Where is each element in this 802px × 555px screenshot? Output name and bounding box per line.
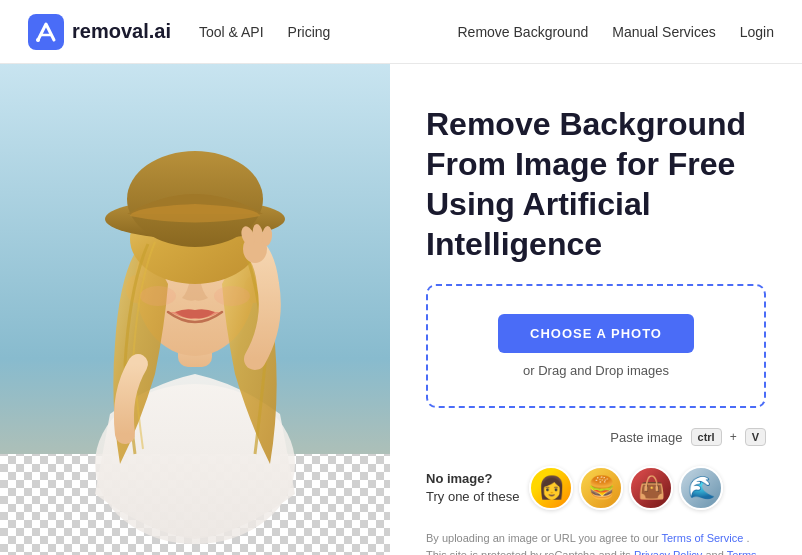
svg-rect-0 [28,14,64,50]
nav-login[interactable]: Login [740,24,774,40]
fine-print: By uploading an image or URL you agree t… [426,530,766,555]
sample-thumbs: 👩 🍔 👜 🌊 [529,466,723,510]
main-content: Remove Background From Image for Free Us… [0,64,802,555]
sample-thumb-food[interactable]: 🍔 [579,466,623,510]
site-header: removal.ai Tool & API Pricing Remove Bac… [0,0,802,64]
logo[interactable]: removal.ai [28,14,171,50]
ctrl-key-badge: ctrl [691,428,722,446]
nav-pricing[interactable]: Pricing [288,24,331,40]
tos-link-1[interactable]: Terms of Service [661,532,743,544]
plus-symbol: + [730,430,737,444]
svg-point-29 [140,286,176,306]
sample-thumb-bag[interactable]: 👜 [629,466,673,510]
logo-text: removal.ai [72,20,171,43]
logo-icon [28,14,64,50]
tos-link-2[interactable]: Terms of Service [426,549,757,556]
nav-remove-background[interactable]: Remove Background [457,24,588,40]
sample-row: No image? Try one of these 👩 🍔 👜 🌊 [426,466,766,510]
nav-tool-api[interactable]: Tool & API [199,24,264,40]
svg-point-1 [36,38,40,42]
privacy-link[interactable]: Privacy Policy [634,549,702,556]
sample-thumb-nature[interactable]: 🌊 [679,466,723,510]
choose-photo-button[interactable]: CHOOSE A PHOTO [498,314,694,353]
paste-label: Paste image [610,430,682,445]
sample-thumb-person[interactable]: 👩 [529,466,573,510]
nav-left: Tool & API Pricing [199,24,330,40]
v-key-badge: V [745,428,766,446]
upload-box[interactable]: CHOOSE A PHOTO or Drag and Drop images [426,284,766,408]
header-right: Remove Background Manual Services Login [457,24,774,40]
hero-image-panel [0,64,390,555]
nav-manual-services[interactable]: Manual Services [612,24,716,40]
header-left: removal.ai Tool & API Pricing [28,14,330,50]
sample-text: No image? Try one of these [426,470,519,506]
hero-title: Remove Background From Image for Free Us… [426,104,766,264]
drag-drop-text: or Drag and Drop images [523,363,669,378]
hero-image-container [0,64,390,555]
content-panel: Remove Background From Image for Free Us… [390,64,802,555]
hero-figure [0,64,390,555]
paste-row: Paste image ctrl + V [426,428,766,446]
svg-point-30 [214,286,250,306]
